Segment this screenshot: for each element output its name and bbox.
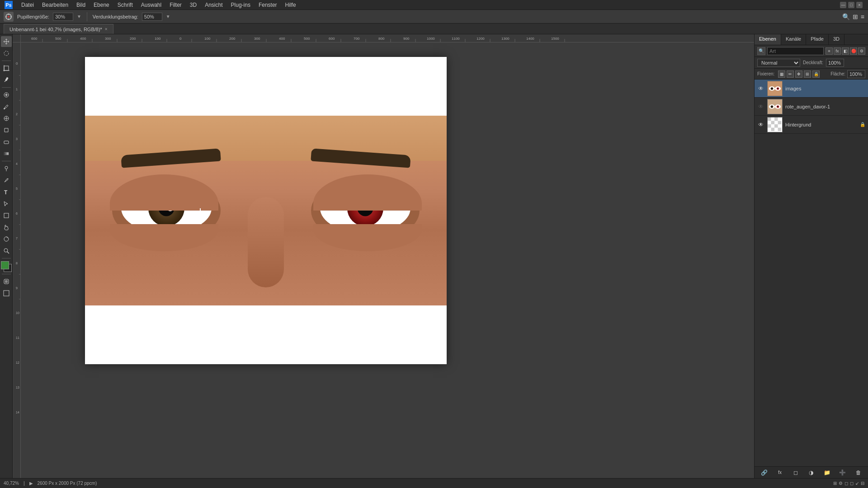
tab-kanaele[interactable]: Kanäle [781, 34, 806, 45]
rotate-tool[interactable] [1, 234, 12, 244]
darken-dropdown[interactable]: ▼ [166, 14, 170, 19]
search-icon[interactable]: 🔍 [842, 13, 850, 20]
clone-tool[interactable] [1, 113, 12, 124]
fill-input[interactable] [847, 70, 865, 78]
delete-layer-btn[interactable]: 🗑 [854, 468, 863, 477]
text-tool[interactable]: T [1, 187, 12, 197]
pupil-dropdown[interactable]: ▼ [77, 14, 81, 19]
lock-transparent-btn[interactable]: ▦ [778, 70, 785, 78]
healing-tool[interactable] [1, 89, 12, 100]
blend-mode-select[interactable]: Normal [757, 59, 800, 67]
menu-fenster[interactable]: Fenster [255, 1, 280, 9]
status-icon-6[interactable]: ⊟ [861, 481, 864, 486]
menu-schrift[interactable]: Schrift [114, 1, 136, 9]
svg-text:100: 100 [155, 37, 161, 41]
eyedropper-tool[interactable] [1, 75, 12, 85]
svg-text:200: 200 [229, 37, 236, 41]
screen-mode-tool[interactable] [1, 288, 12, 299]
pen-tool[interactable] [1, 175, 12, 186]
layer-item-background[interactable]: 👁 Hintergrund [755, 116, 868, 134]
eyelid-top-left [110, 174, 218, 211]
color-picker[interactable] [1, 261, 12, 272]
status-icon-5[interactable]: ↙ [855, 481, 859, 486]
maximize-button[interactable]: □ [848, 2, 854, 8]
status-icon-2[interactable]: ⚙ [839, 481, 843, 486]
tab-pfade[interactable]: Pfade [806, 34, 829, 45]
svg-rect-119 [768, 117, 771, 121]
lasso-tool[interactable] [1, 48, 12, 59]
filter-effect-btn[interactable]: fx [834, 47, 841, 55]
pupil-input[interactable] [53, 13, 73, 21]
history-tool[interactable] [1, 125, 12, 136]
document-size: 2600 Px x 2000 Px (72 ppcm) [38, 481, 97, 486]
menu-bearbeiten[interactable]: Bearbeiten [39, 1, 71, 9]
menu-bild[interactable]: Bild [73, 1, 89, 9]
add-group-btn[interactable]: 📁 [822, 468, 831, 477]
layer-item-before[interactable]: 👁 rote_augen_davor-1 [755, 98, 868, 116]
rectangle-tool[interactable] [1, 210, 12, 221]
menu-filter[interactable]: Filter [166, 1, 185, 9]
zoom-tool[interactable] [1, 245, 12, 256]
filter-mode-btn[interactable]: ◧ [842, 47, 849, 55]
zoom-level: 40,72% [4, 481, 19, 486]
lock-pixels-btn[interactable]: ✏ [787, 70, 794, 78]
lock-position-btn[interactable]: ✥ [795, 70, 802, 78]
layer-item-images[interactable]: 👁 images [755, 80, 868, 98]
svg-text:T: T [4, 189, 8, 195]
adjustment-btn[interactable]: ◑ [807, 468, 816, 477]
lock-all-btn[interactable]: 🔒 [812, 70, 820, 78]
arrange-icon[interactable]: ⊞ [853, 13, 858, 20]
add-style-btn[interactable]: fx [775, 468, 784, 477]
workspace-icon[interactable]: ≡ [861, 13, 864, 20]
arrow-icon[interactable]: ▶ [29, 481, 33, 486]
tab-ebenen[interactable]: Ebenen [755, 34, 781, 45]
status-icon-4[interactable]: ◻ [850, 481, 854, 486]
opacity-input[interactable] [826, 59, 844, 67]
eyes-photo [85, 116, 447, 305]
ruler-top: 600 500 400 300 200 100 0 100 20 [21, 34, 754, 42]
menu-datei[interactable]: Datei [18, 1, 37, 9]
menu-auswahl[interactable]: Auswahl [138, 1, 165, 9]
brush-tool[interactable] [1, 101, 12, 112]
eraser-tool[interactable] [1, 136, 12, 147]
move-tool[interactable] [1, 36, 12, 47]
filter-type-btn[interactable]: ≡ [826, 47, 833, 55]
status-icon-1[interactable]: ⊞ [833, 481, 837, 486]
tab-3d[interactable]: 3D [829, 34, 844, 45]
quick-mask-tool[interactable] [1, 276, 12, 287]
svg-text:4: 4 [16, 162, 18, 165]
layer-visibility-before[interactable]: 👁 [757, 103, 764, 110]
new-layer-btn[interactable]: ➕ [838, 468, 847, 477]
search-type-icon[interactable]: 🔍 [757, 47, 765, 55]
gradient-tool[interactable] [1, 148, 12, 159]
layer-visibility-images[interactable]: 👁 [757, 85, 764, 92]
layer-visibility-bg[interactable]: 👁 [757, 121, 764, 128]
menu-ebene[interactable]: Ebene [90, 1, 113, 9]
menu-plugins[interactable]: Plug-ins [228, 1, 254, 9]
status-icon-3[interactable]: ◻ [844, 481, 848, 486]
menu-3d[interactable]: 3D [187, 1, 200, 9]
filter-attr-btn[interactable]: 🔴 [850, 47, 857, 55]
dodge-tool[interactable] [1, 163, 12, 174]
hand-tool[interactable] [1, 222, 12, 233]
fill-label: Fläche: [830, 71, 845, 76]
layer-lock-icon: 🔒 [860, 122, 865, 127]
svg-text:1400: 1400 [526, 37, 534, 41]
add-mask-btn[interactable]: ◻ [791, 468, 800, 477]
path-selection-tool[interactable] [1, 198, 12, 209]
layers-search-input[interactable] [767, 47, 824, 55]
tool-separator-1 [2, 61, 11, 61]
document-tab[interactable]: Unbenannt-1 bei 40,7% (images, RGB/8)* × [4, 24, 113, 34]
filter-smart-btn[interactable]: ⚙ [858, 47, 865, 55]
menu-hilfe[interactable]: Hilfe [282, 1, 299, 9]
darken-input[interactable] [142, 13, 162, 21]
lock-artboard-btn[interactable]: ⊞ [804, 70, 811, 78]
foreground-color[interactable] [1, 261, 9, 269]
crop-tool[interactable] [1, 63, 12, 74]
svg-text:13: 13 [16, 386, 19, 389]
close-button[interactable]: × [856, 2, 863, 8]
link-layers-btn[interactable]: 🔗 [760, 468, 769, 477]
minimize-button[interactable]: — [840, 2, 846, 8]
tab-close-button[interactable]: × [105, 27, 108, 32]
menu-ansicht[interactable]: Ansicht [202, 1, 226, 9]
